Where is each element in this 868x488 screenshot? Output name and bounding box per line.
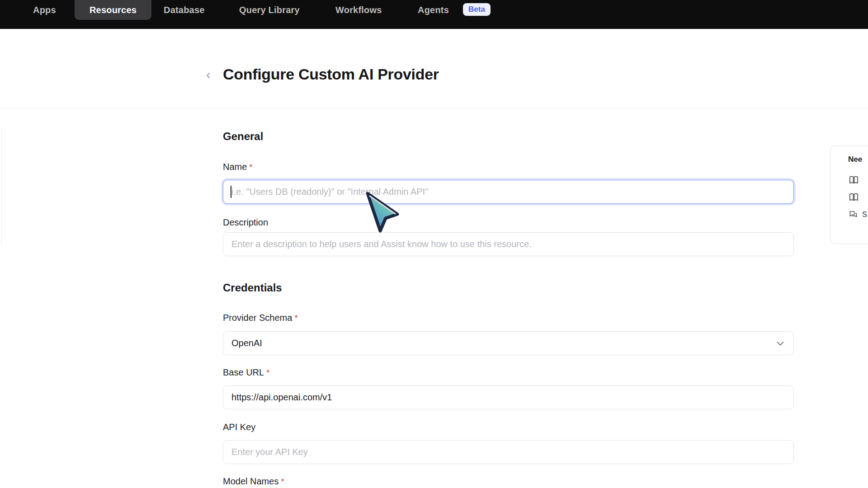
- credentials-section-heading: Credentials: [223, 282, 282, 294]
- model-names-field-label: Model Names*: [223, 476, 284, 487]
- base-url-field-label: Base URL*: [223, 367, 270, 378]
- book-icon: [849, 175, 859, 185]
- name-input[interactable]: [223, 180, 794, 204]
- model-names-label-text: Model Names: [223, 476, 278, 486]
- general-section-heading: General: [223, 130, 263, 143]
- base-url-required-asterisk: *: [266, 368, 269, 377]
- help-link-support[interactable]: S: [849, 210, 867, 219]
- left-panel-edge: [1, 128, 2, 246]
- api-key-field-label: API Key: [223, 422, 255, 432]
- nav-tab-database[interactable]: Database: [164, 0, 205, 20]
- model-names-required-asterisk: *: [281, 477, 284, 486]
- page: Apps Resources Database Query Library Wo…: [0, 0, 868, 488]
- book-icon: [849, 192, 859, 202]
- nav-tab-apps[interactable]: Apps: [33, 0, 56, 20]
- provider-schema-field-label: Provider Schema*: [223, 313, 298, 323]
- text-caret: [231, 186, 231, 198]
- top-navigation-bar: Apps Resources Database Query Library Wo…: [0, 0, 868, 29]
- help-panel-title: Nee: [848, 155, 862, 164]
- description-field-label: Description: [223, 217, 268, 228]
- provider-schema-selected-value: OpenAI: [231, 338, 775, 348]
- help-link-docs-2[interactable]: [849, 192, 859, 202]
- nav-tab-agents[interactable]: Agents: [418, 0, 449, 20]
- chat-icon: [849, 210, 858, 219]
- description-input[interactable]: [223, 232, 794, 256]
- help-panel: Nee S: [830, 145, 868, 244]
- nav-tab-resources[interactable]: Resources: [75, 0, 151, 20]
- page-title: Configure Custom AI Provider: [223, 66, 439, 83]
- chevron-down-icon: [775, 338, 785, 348]
- name-field-label: Name*: [223, 162, 253, 172]
- help-link-docs-1[interactable]: [849, 175, 859, 185]
- name-label-text: Name: [223, 162, 247, 172]
- provider-schema-required-asterisk: *: [294, 313, 297, 323]
- nav-tab-workflows[interactable]: Workflows: [335, 0, 382, 20]
- provider-schema-label-text: Provider Schema: [223, 313, 292, 323]
- provider-schema-select[interactable]: OpenAI: [223, 331, 794, 355]
- api-key-input[interactable]: [223, 440, 794, 464]
- back-button[interactable]: ‹: [203, 67, 214, 82]
- base-url-label-text: Base URL: [223, 367, 264, 377]
- base-url-input[interactable]: [223, 385, 794, 409]
- header-divider: [0, 108, 868, 108]
- beta-badge: Beta: [463, 3, 491, 16]
- nav-tab-query-library[interactable]: Query Library: [239, 0, 300, 20]
- help-link-label: S: [862, 211, 867, 219]
- name-required-asterisk: *: [249, 162, 252, 172]
